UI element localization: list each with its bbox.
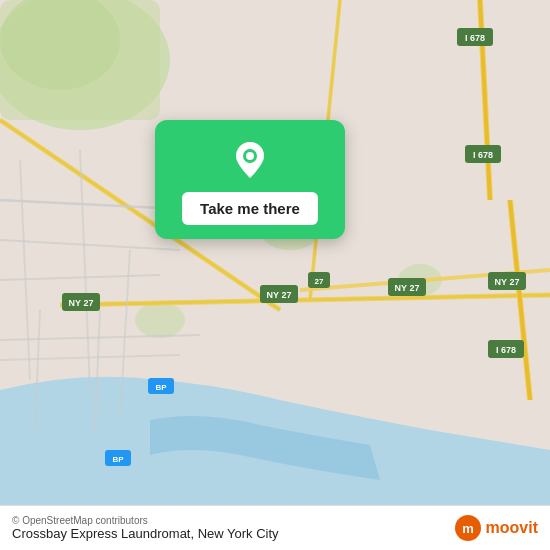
- svg-text:NY 27: NY 27: [69, 298, 94, 308]
- svg-text:BP: BP: [112, 455, 124, 464]
- moovit-brand-text: moovit: [486, 519, 538, 537]
- svg-text:I 678: I 678: [473, 150, 493, 160]
- svg-text:BP: BP: [155, 383, 167, 392]
- svg-point-5: [135, 302, 185, 338]
- map-background: NY 27 NY 27 NY 27 NY 27 I 678 I 678 I 67…: [0, 0, 550, 550]
- svg-text:NY 27: NY 27: [395, 283, 420, 293]
- svg-text:m: m: [462, 521, 474, 536]
- svg-text:NY 27: NY 27: [495, 277, 520, 287]
- place-name: Crossbay Express Laundromat, New York Ci…: [12, 526, 279, 541]
- bottom-bar: © OpenStreetMap contributors Crossbay Ex…: [0, 505, 550, 550]
- svg-text:I 678: I 678: [465, 33, 485, 43]
- bottom-left-info: © OpenStreetMap contributors Crossbay Ex…: [12, 515, 279, 541]
- copyright-text: © OpenStreetMap contributors: [12, 515, 279, 526]
- location-pin-icon: [228, 138, 272, 182]
- take-me-there-button[interactable]: Take me there: [182, 192, 318, 225]
- svg-rect-3: [0, 0, 160, 120]
- moovit-logo: m moovit: [454, 514, 538, 542]
- map-container: NY 27 NY 27 NY 27 NY 27 I 678 I 678 I 67…: [0, 0, 550, 550]
- svg-text:I 678: I 678: [496, 345, 516, 355]
- location-popup-card: Take me there: [155, 120, 345, 239]
- moovit-logo-icon: m: [454, 514, 482, 542]
- svg-point-50: [246, 152, 254, 160]
- svg-text:NY 27: NY 27: [267, 290, 292, 300]
- svg-text:27: 27: [315, 277, 324, 286]
